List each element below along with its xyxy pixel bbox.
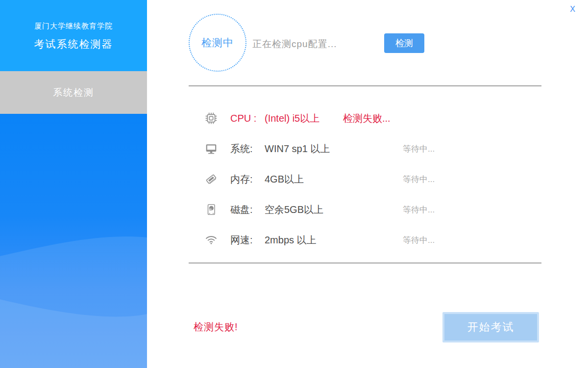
check-label: 内存: — [230, 173, 253, 186]
divider-top — [189, 85, 541, 86]
check-label: 磁盘: — [230, 203, 253, 216]
sidebar-item-system-check[interactable]: 系统检测 — [0, 71, 147, 114]
check-label: 系统: — [230, 142, 253, 156]
check-requirement: 2mbps 以上 — [265, 234, 317, 247]
check-label: CPU : — [230, 113, 256, 124]
sidebar: 厦门大学继续教育学院 考试系统检测器 系统检测 — [0, 0, 147, 368]
check-row-os: 系统: WIN7 sp1 以上 等待中... — [189, 133, 541, 164]
org-title: 厦门大学继续教育学院 — [0, 0, 147, 31]
check-row-network: 网速: 2mbps 以上 等待中... — [189, 225, 541, 255]
detect-button[interactable]: 检测 — [384, 33, 424, 53]
wave-graphic — [0, 114, 147, 368]
start-exam-button[interactable]: 开始考试 — [442, 312, 539, 342]
detect-status-circle: 检测中 — [189, 14, 246, 72]
wifi-icon — [205, 234, 218, 246]
progress-text: 正在检测cpu配置... — [252, 38, 337, 51]
app-title: 考试系统检测器 — [0, 37, 147, 51]
check-label: 网速: — [230, 234, 253, 247]
check-row-cpu: CPU : (Intel) i5以上 检测失败... — [189, 103, 541, 133]
main-panel: X 检测中 正在检测cpu配置... 检测 — [147, 0, 588, 368]
check-status: 等待中... — [403, 174, 435, 185]
check-status: 检测失败... — [343, 112, 391, 125]
check-list: CPU : (Intel) i5以上 检测失败... 系统: WIN7 sp1 … — [189, 103, 541, 255]
check-row-memory: 内存: 4GB以上 等待中... — [189, 164, 541, 194]
sidebar-header: 厦门大学继续教育学院 考试系统检测器 — [0, 0, 147, 71]
sidebar-wave-decoration — [0, 114, 147, 368]
divider-bottom — [189, 263, 541, 263]
close-icon[interactable]: X — [568, 4, 577, 15]
check-requirement: (Intel) i5以上 — [265, 112, 319, 125]
check-requirement: 空余5GB以上 — [265, 203, 323, 216]
detect-status-label: 检测中 — [201, 36, 234, 50]
check-status: 等待中... — [403, 235, 435, 246]
check-status: 等待中... — [403, 143, 435, 155]
check-requirement: 4GB以上 — [265, 173, 304, 186]
disk-icon — [205, 203, 218, 216]
cpu-chip-icon — [205, 112, 218, 125]
check-row-disk: 磁盘: 空余5GB以上 等待中... — [189, 194, 541, 225]
check-requirement: WIN7 sp1 以上 — [265, 142, 330, 156]
monitor-icon — [205, 142, 218, 155]
check-status: 等待中... — [403, 204, 435, 215]
memory-icon — [205, 173, 218, 185]
overall-result-text: 检测失败! — [194, 320, 238, 334]
